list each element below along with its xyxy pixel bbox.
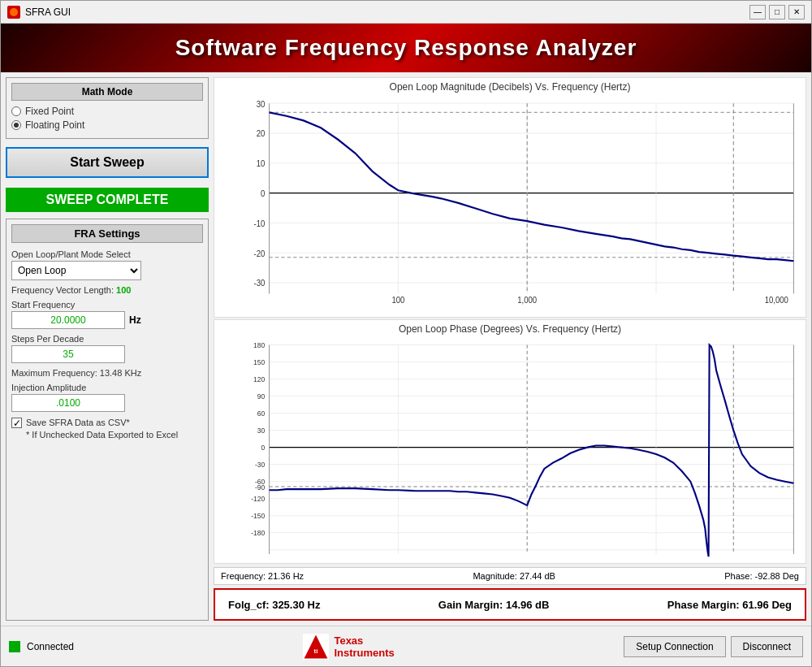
frequency-status: Frequency: 21.36 Hz bbox=[221, 571, 304, 581]
start-sweep-button[interactable]: Start Sweep bbox=[6, 147, 209, 178]
magnitude-chart-svg: 30 20 10 0 -10 -20 -30 100 1,000 10,000 bbox=[218, 94, 802, 312]
steps-row: Steps Per Decade bbox=[11, 334, 203, 363]
magnitude-chart-title: Open Loop Magnitude (Decibels) Vs. Frequ… bbox=[218, 81, 802, 93]
svg-text:-120: -120 bbox=[251, 495, 265, 503]
charts-wrapper: Open Loop Magnitude (Decibels) Vs. Frequ… bbox=[214, 77, 806, 564]
floating-point-radio-circle[interactable] bbox=[11, 120, 21, 130]
ti-logo: ti Texas Instruments bbox=[303, 634, 394, 660]
start-freq-input-row: Hz bbox=[11, 311, 203, 329]
connection-indicator bbox=[9, 641, 20, 652]
floating-point-radio[interactable]: Floating Point bbox=[11, 119, 203, 131]
bottom-right-buttons: Setup Connection Disconnect bbox=[624, 636, 803, 657]
fixed-point-radio[interactable]: Fixed Point bbox=[11, 106, 203, 117]
mode-select-label: Open Loop/Plant Mode Select bbox=[11, 249, 203, 259]
bottom-bar: Connected ti Texas Instruments Setup Con… bbox=[1, 626, 811, 666]
svg-point-0 bbox=[10, 8, 18, 16]
phase-margin-metric: Phase Margin: 61.96 Deg bbox=[667, 599, 792, 611]
start-freq-unit: Hz bbox=[129, 314, 141, 326]
csv-checkbox[interactable]: ✓ bbox=[11, 418, 22, 428]
app-title: Software Frequency Response Analyzer bbox=[175, 35, 637, 61]
phase-chart-title: Open Loop Phase (Degrees) Vs. Frequency … bbox=[218, 323, 802, 335]
svg-text:120: 120 bbox=[253, 375, 265, 383]
setup-connection-button[interactable]: Setup Connection bbox=[624, 636, 725, 657]
connected-label: Connected bbox=[27, 641, 74, 652]
folg-cf-metric: Folg_cf: 325.30 Hz bbox=[228, 599, 320, 611]
svg-text:30: 30 bbox=[257, 99, 266, 108]
svg-text:30: 30 bbox=[257, 427, 266, 435]
chart-status-bar: Frequency: 21.36 Hz Magnitude: 27.44 dB … bbox=[214, 567, 806, 585]
svg-text:1,000: 1,000 bbox=[517, 555, 537, 558]
bottom-left: Connected bbox=[9, 641, 74, 652]
svg-text:-150: -150 bbox=[251, 512, 265, 520]
magnitude-status: Magnitude: 27.44 dB bbox=[473, 571, 555, 581]
ti-logo-icon: ti bbox=[303, 634, 329, 660]
mode-select[interactable]: Open Loop Plant Mode bbox=[11, 261, 141, 280]
math-mode-box: Math Mode Fixed Point Floating Point bbox=[6, 77, 209, 139]
fra-settings-title: FRA Settings bbox=[11, 224, 203, 243]
svg-text:180: 180 bbox=[253, 340, 265, 349]
svg-text:90: 90 bbox=[257, 392, 266, 400]
injection-input[interactable] bbox=[11, 394, 125, 412]
left-panel: Math Mode Fixed Point Floating Point Sta… bbox=[6, 77, 209, 621]
app-icon bbox=[7, 6, 20, 19]
svg-text:10,000: 10,000 bbox=[765, 295, 789, 304]
injection-row: Injection Amplitude bbox=[11, 383, 203, 412]
fra-settings-box: FRA Settings Open Loop/Plant Mode Select… bbox=[6, 219, 209, 621]
svg-text:100: 100 bbox=[391, 555, 404, 558]
close-button[interactable]: ✕ bbox=[788, 5, 805, 19]
svg-text:-20: -20 bbox=[253, 249, 265, 258]
phase-chart: Open Loop Phase (Degrees) Vs. Frequency … bbox=[214, 319, 806, 564]
svg-text:-30: -30 bbox=[253, 279, 265, 288]
window-title: SFRA GUI bbox=[25, 6, 71, 18]
csv-label: Save SFRA Data as CSV* * If Unchecked Da… bbox=[26, 417, 178, 442]
svg-text:1,000: 1,000 bbox=[517, 295, 537, 304]
title-bar-controls: — □ ✕ bbox=[749, 5, 805, 19]
mode-dropdown-row: Open Loop Plant Mode bbox=[11, 261, 203, 280]
freq-vector-value: 100 bbox=[116, 285, 131, 295]
math-mode-title: Math Mode bbox=[11, 83, 203, 101]
ti-text: Texas Instruments bbox=[334, 635, 394, 659]
steps-label: Steps Per Decade bbox=[11, 334, 203, 344]
phase-status: Phase: -92.88 Deg bbox=[724, 571, 799, 581]
title-bar-left: SFRA GUI bbox=[7, 6, 71, 19]
svg-text:10,000: 10,000 bbox=[765, 555, 788, 558]
svg-text:20: 20 bbox=[257, 129, 266, 138]
main-content: Math Mode Fixed Point Floating Point Sta… bbox=[1, 72, 811, 626]
fixed-point-label: Fixed Point bbox=[25, 106, 74, 117]
freq-vector-label: Frequency Vector Length: 100 bbox=[11, 285, 203, 295]
svg-text:ti: ti bbox=[314, 648, 318, 655]
injection-label: Injection Amplitude bbox=[11, 383, 203, 392]
fixed-point-radio-circle[interactable] bbox=[11, 106, 21, 116]
metrics-bar: Folg_cf: 325.30 Hz Gain Margin: 14.96 dB… bbox=[214, 588, 806, 621]
main-window: SFRA GUI — □ ✕ Software Frequency Respon… bbox=[0, 0, 812, 667]
gain-margin-metric: Gain Margin: 14.96 dB bbox=[438, 599, 550, 611]
steps-input[interactable] bbox=[11, 345, 125, 363]
svg-text:150: 150 bbox=[253, 357, 265, 366]
minimize-button[interactable]: — bbox=[749, 5, 766, 19]
svg-text:-10: -10 bbox=[253, 219, 265, 228]
phase-chart-svg: 180 150 120 90 60 30 0 -30 -60 -90 -120 … bbox=[218, 336, 802, 558]
sweep-complete-button[interactable]: SWEEP COMPLETE bbox=[6, 188, 209, 212]
svg-text:100: 100 bbox=[391, 295, 404, 304]
csv-row: ✓ Save SFRA Data as CSV* * If Unchecked … bbox=[11, 417, 203, 442]
freq-vector-row: Frequency Vector Length: 100 bbox=[11, 285, 203, 295]
mode-select-row: Open Loop/Plant Mode Select Open Loop Pl… bbox=[11, 249, 203, 280]
start-freq-input[interactable] bbox=[11, 311, 125, 329]
svg-text:-90: -90 bbox=[255, 483, 266, 492]
start-freq-label: Start Frequency bbox=[11, 300, 203, 310]
svg-text:-30: -30 bbox=[255, 461, 266, 469]
svg-text:10: 10 bbox=[257, 159, 266, 168]
magnitude-chart: Open Loop Magnitude (Decibels) Vs. Frequ… bbox=[214, 77, 806, 318]
svg-text:0: 0 bbox=[261, 189, 266, 198]
floating-point-label: Floating Point bbox=[25, 119, 84, 131]
title-bar: SFRA GUI — □ ✕ bbox=[1, 1, 811, 24]
maximize-button[interactable]: □ bbox=[769, 5, 785, 19]
max-freq-label: Maximum Frequency: 13.48 KHz bbox=[11, 368, 203, 378]
disconnect-button[interactable]: Disconnect bbox=[731, 636, 803, 657]
svg-text:-180: -180 bbox=[251, 529, 265, 537]
svg-text:0: 0 bbox=[261, 444, 266, 452]
max-freq-row: Maximum Frequency: 13.48 KHz bbox=[11, 368, 203, 378]
right-panel: Open Loop Magnitude (Decibels) Vs. Frequ… bbox=[214, 77, 806, 621]
svg-text:60: 60 bbox=[257, 409, 266, 417]
start-freq-row: Start Frequency Hz bbox=[11, 300, 203, 329]
